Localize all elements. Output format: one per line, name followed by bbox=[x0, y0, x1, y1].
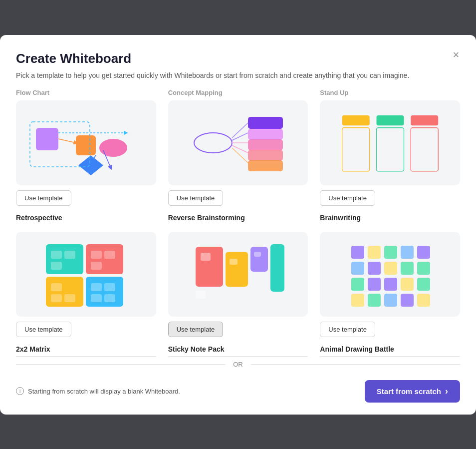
svg-line-15 bbox=[232, 145, 248, 153]
use-template-standup[interactable]: Use template bbox=[320, 190, 375, 206]
info-icon: i bbox=[16, 387, 24, 395]
svg-rect-71 bbox=[401, 294, 414, 307]
svg-rect-24 bbox=[342, 127, 369, 171]
svg-rect-46 bbox=[226, 252, 248, 287]
template-name-concept: Concept Mapping bbox=[168, 89, 308, 96]
svg-rect-55 bbox=[384, 246, 397, 259]
template-preview-retrospective bbox=[16, 232, 156, 317]
svg-rect-65 bbox=[384, 278, 397, 291]
svg-rect-18 bbox=[248, 139, 283, 150]
svg-rect-40 bbox=[91, 283, 102, 291]
svg-rect-66 bbox=[401, 278, 414, 291]
svg-rect-35 bbox=[46, 277, 83, 307]
svg-rect-60 bbox=[384, 262, 397, 275]
svg-rect-47 bbox=[230, 259, 238, 265]
svg-rect-72 bbox=[417, 294, 430, 307]
svg-rect-69 bbox=[368, 294, 381, 307]
svg-rect-41 bbox=[104, 283, 115, 291]
divider: OR bbox=[16, 361, 460, 368]
section-title-retrospective: Retrospective bbox=[16, 214, 156, 222]
modal-footer: i Starting from scratch will display a b… bbox=[0, 372, 476, 415]
template-preview-flowchart bbox=[16, 100, 156, 185]
template-card-reverse: Use template bbox=[168, 232, 308, 337]
divider-line-left bbox=[16, 364, 225, 365]
start-btn-label: Start from scratch bbox=[377, 387, 441, 396]
svg-rect-42 bbox=[91, 294, 102, 302]
svg-rect-45 bbox=[201, 253, 211, 261]
svg-line-16 bbox=[232, 148, 248, 163]
svg-rect-31 bbox=[86, 244, 123, 274]
svg-rect-23 bbox=[411, 115, 438, 125]
svg-line-13 bbox=[232, 133, 248, 140]
svg-rect-63 bbox=[351, 278, 364, 291]
use-template-flowchart[interactable]: Use template bbox=[16, 190, 71, 206]
use-template-brainwriting[interactable]: Use template bbox=[320, 322, 375, 337]
svg-rect-11 bbox=[248, 117, 283, 129]
svg-rect-57 bbox=[417, 246, 430, 259]
svg-rect-28 bbox=[51, 251, 62, 259]
close-button[interactable]: × bbox=[448, 47, 464, 63]
template-name-standup: Stand Up bbox=[320, 89, 460, 96]
svg-rect-43 bbox=[104, 294, 115, 302]
create-whiteboard-modal: Create Whiteboard Pick a template to hel… bbox=[0, 35, 476, 415]
svg-rect-68 bbox=[351, 294, 364, 307]
svg-rect-37 bbox=[51, 294, 62, 302]
svg-rect-20 bbox=[248, 160, 283, 171]
use-template-concept[interactable]: Use template bbox=[168, 190, 224, 206]
modal-title: Create Whiteboard bbox=[16, 51, 460, 66]
name-sticky: Sticky Note Pack bbox=[168, 345, 308, 357]
use-template-retrospective[interactable]: Use template bbox=[16, 322, 71, 337]
svg-line-6 bbox=[58, 139, 76, 143]
svg-rect-44 bbox=[196, 247, 223, 287]
modal-overlay: Create Whiteboard Pick a template to hel… bbox=[0, 0, 476, 449]
section-title-reverse: Reverse Brainstorming bbox=[168, 214, 308, 222]
svg-rect-56 bbox=[401, 246, 414, 259]
svg-rect-25 bbox=[376, 127, 404, 171]
footer-hint: i Starting from scratch will display a b… bbox=[16, 387, 180, 395]
svg-rect-67 bbox=[417, 278, 430, 291]
template-preview-brainwriting bbox=[320, 232, 460, 317]
use-template-reverse[interactable]: Use template bbox=[168, 322, 224, 337]
svg-rect-19 bbox=[248, 150, 283, 161]
svg-rect-30 bbox=[51, 262, 62, 270]
svg-rect-49 bbox=[254, 252, 261, 257]
svg-rect-0 bbox=[36, 128, 58, 150]
start-btn-arrow: › bbox=[445, 386, 448, 397]
svg-rect-22 bbox=[376, 115, 404, 125]
svg-rect-70 bbox=[384, 294, 397, 307]
svg-point-3 bbox=[99, 139, 127, 157]
svg-rect-27 bbox=[46, 244, 83, 274]
modal-header: Create Whiteboard Pick a template to hel… bbox=[0, 35, 476, 89]
svg-rect-26 bbox=[411, 127, 438, 171]
section-title-brainwriting: Brainwriting bbox=[320, 214, 460, 222]
divider-text: OR bbox=[233, 361, 243, 368]
svg-rect-58 bbox=[351, 262, 364, 275]
svg-point-10 bbox=[194, 133, 232, 153]
svg-rect-51 bbox=[196, 291, 206, 299]
svg-rect-53 bbox=[351, 246, 364, 259]
divider-line-right bbox=[251, 364, 460, 365]
modal-body: Flow Chart bbox=[0, 89, 476, 372]
template-preview-concept bbox=[168, 100, 308, 185]
svg-rect-39 bbox=[86, 277, 123, 307]
bottom-names-row: 2x2 Matrix Sticky Note Pack Animal Drawi… bbox=[16, 345, 460, 357]
template-preview-standup bbox=[320, 100, 460, 185]
template-card-retrospective: Use template bbox=[16, 232, 156, 337]
svg-rect-59 bbox=[368, 262, 381, 275]
svg-rect-36 bbox=[51, 283, 62, 291]
template-name-flowchart: Flow Chart bbox=[16, 89, 156, 96]
svg-rect-54 bbox=[368, 246, 381, 259]
svg-rect-64 bbox=[368, 278, 381, 291]
svg-rect-48 bbox=[250, 247, 268, 272]
svg-rect-29 bbox=[64, 251, 75, 259]
svg-line-12 bbox=[232, 123, 248, 138]
footer-hint-text: Starting from scratch will display a bla… bbox=[28, 388, 180, 395]
svg-rect-38 bbox=[64, 294, 75, 302]
svg-rect-61 bbox=[401, 262, 414, 275]
modal-subtitle: Pick a template to help you get started … bbox=[16, 70, 460, 81]
start-from-scratch-button[interactable]: Start from scratch › bbox=[365, 380, 460, 403]
svg-rect-33 bbox=[104, 251, 115, 259]
name-2x2: 2x2 Matrix bbox=[16, 345, 156, 357]
svg-rect-32 bbox=[91, 251, 102, 259]
template-card-flowchart: Flow Chart bbox=[16, 89, 156, 206]
